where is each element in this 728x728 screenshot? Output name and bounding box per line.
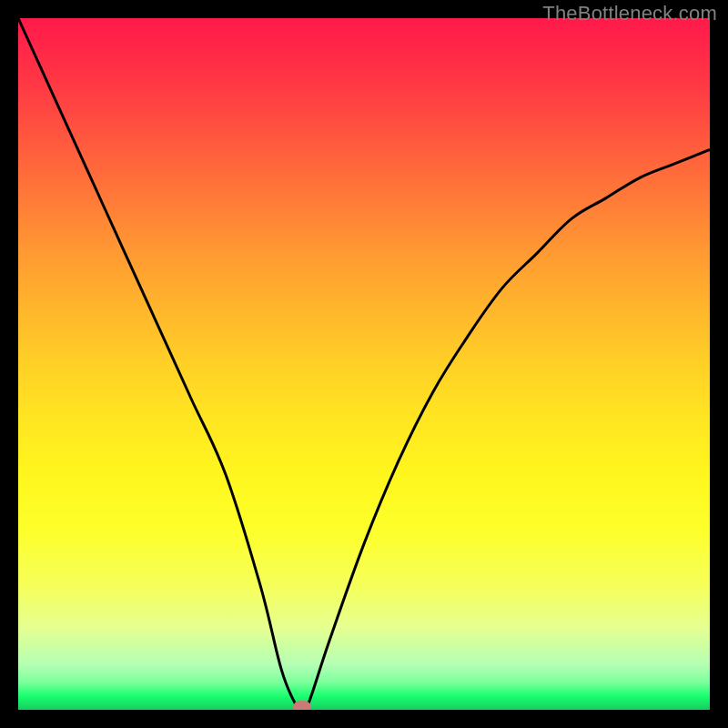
plot-area (18, 18, 710, 710)
watermark-text: TheBottleneck.com (542, 2, 717, 25)
bottleneck-curve-svg (18, 18, 710, 710)
bottleneck-curve-path (18, 18, 710, 710)
optimal-point-marker (293, 701, 311, 710)
